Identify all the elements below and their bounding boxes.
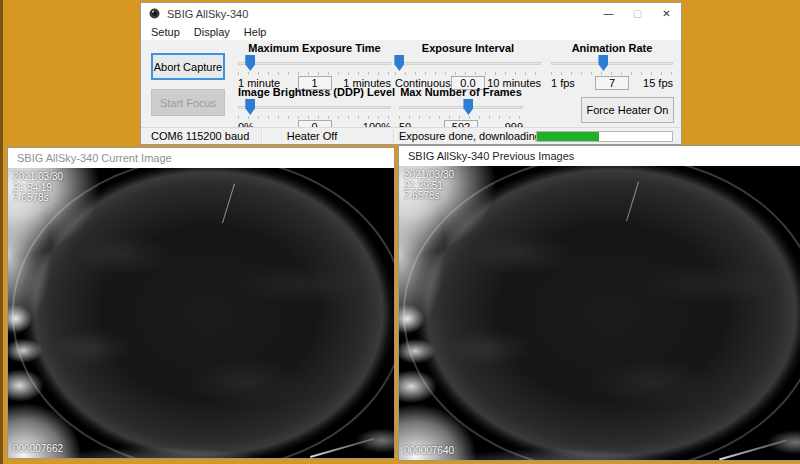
- slider-label: Max Number of Frames: [399, 86, 523, 99]
- previous-allsky-image: 2021/03/30 21:29:51 7.6578s 000007640: [399, 166, 800, 460]
- current-image-title: SBIG AllSky-340 Current Image: [17, 152, 172, 164]
- image-brightness-thumb[interactable]: [245, 99, 255, 115]
- max-frames-track[interactable]: [399, 106, 523, 109]
- download-progress-bar: [536, 131, 673, 142]
- heater-status: Heater Off: [267, 130, 357, 142]
- tick-marks: [399, 116, 523, 119]
- current-image-titlebar[interactable]: SBIG AllSky-340 Current Image: [8, 148, 394, 168]
- slider-label: Exposure Interval: [395, 42, 541, 55]
- slider-min-label: 1 fps: [551, 77, 575, 89]
- abort-capture-button[interactable]: Abort Capture: [151, 53, 225, 80]
- slider-animation-rate: Animation Rate 1 fps 7 15 fps: [551, 42, 673, 86]
- overlay-exposure: 7.6578s: [13, 193, 63, 204]
- tick-marks: [238, 116, 391, 119]
- previous-images-title: SBIG AllSky-340 Previous Images: [408, 150, 574, 162]
- maximize-icon[interactable]: ▢: [623, 3, 652, 24]
- slider-maximum-exposure-time: Maximum Exposure Time 1 minute 1 1 minut…: [238, 42, 391, 86]
- slider-exposure-interval: Exposure Interval Continuous 0.0 10 minu…: [395, 42, 541, 86]
- maximum-exposure-track[interactable]: [238, 62, 391, 65]
- previous-frame-counter: 000007640: [404, 446, 454, 457]
- tick-marks: [551, 72, 673, 75]
- status-bar: COM6 115200 baud Heater Off Exposure don…: [141, 127, 681, 144]
- slider-label: Animation Rate: [551, 42, 673, 55]
- force-heater-on-button[interactable]: Force Heater On: [581, 97, 674, 123]
- current-allsky-image: 2021/03/30 21:54:19 7.6578s 000007662: [8, 168, 394, 458]
- animation-rate-thumb[interactable]: [598, 55, 608, 71]
- animation-rate-track[interactable]: [551, 62, 673, 65]
- control-window: SBIG AllSky-340 — ▢ ✕ Setup Display Help…: [140, 2, 682, 145]
- menu-help[interactable]: Help: [237, 26, 274, 38]
- overlay-exposure: 7.6578s: [404, 191, 454, 202]
- close-icon[interactable]: ✕: [652, 3, 681, 24]
- maximum-exposure-thumb[interactable]: [245, 55, 255, 71]
- overlay-date: 2021/03/30: [404, 170, 454, 181]
- exposure-interval-track[interactable]: [395, 62, 541, 65]
- tick-marks: [238, 72, 391, 75]
- menu-bar: Setup Display Help: [141, 24, 681, 40]
- start-focus-button[interactable]: Start Focus: [151, 89, 225, 116]
- image-brightness-track[interactable]: [238, 106, 391, 109]
- app-icon: [148, 7, 161, 20]
- status-divider: [261, 130, 262, 142]
- menu-display[interactable]: Display: [187, 26, 237, 38]
- current-frame-counter: 000007662: [13, 444, 63, 455]
- slider-max-label: 15 fps: [643, 77, 673, 89]
- window-controls: — ▢ ✕: [594, 3, 681, 24]
- previous-images-window: SBIG AllSky-340 Previous Images 2021/03/…: [398, 145, 800, 461]
- slider-label: Maximum Exposure Time: [238, 42, 391, 55]
- meteor-streak: [626, 181, 639, 221]
- exposure-interval-thumb[interactable]: [394, 55, 404, 71]
- control-window-titlebar[interactable]: SBIG AllSky-340 — ▢ ✕: [141, 3, 681, 24]
- desktop: SBIG AllSky-340 — ▢ ✕ Setup Display Help…: [0, 0, 800, 464]
- slider-label: Image Brightness (DDP) Level: [238, 86, 391, 99]
- slider-image-brightness: Image Brightness (DDP) Level 0% 0 100%: [238, 86, 391, 130]
- animation-rate-value: 7: [595, 76, 629, 90]
- download-progress-fill: [537, 132, 599, 141]
- previous-image-timestamp: 2021/03/30 21:29:51 7.6578s: [404, 170, 454, 202]
- current-image-window: SBIG AllSky-340 Current Image 2021/03/30…: [7, 147, 395, 459]
- previous-images-titlebar[interactable]: SBIG AllSky-340 Previous Images: [399, 146, 800, 166]
- com-port-status: COM6 115200 baud: [151, 130, 249, 142]
- menu-setup[interactable]: Setup: [144, 26, 187, 38]
- slider-max-number-of-frames: Max Number of Frames 50 592 999: [399, 86, 523, 130]
- meteor-streak: [222, 183, 235, 222]
- window-title: SBIG AllSky-340: [167, 8, 248, 20]
- roof-edge: [719, 440, 786, 460]
- status-divider: [393, 130, 394, 142]
- overlay-date: 2021/03/30: [13, 172, 63, 183]
- max-frames-thumb[interactable]: [463, 99, 473, 115]
- minimize-icon[interactable]: —: [594, 3, 623, 24]
- tick-marks: [395, 72, 541, 75]
- roof-edge: [310, 438, 374, 458]
- current-image-timestamp: 2021/03/30 21:54:19 7.6578s: [13, 172, 63, 204]
- control-panel: Abort Capture Start Focus Force Heater O…: [141, 40, 681, 127]
